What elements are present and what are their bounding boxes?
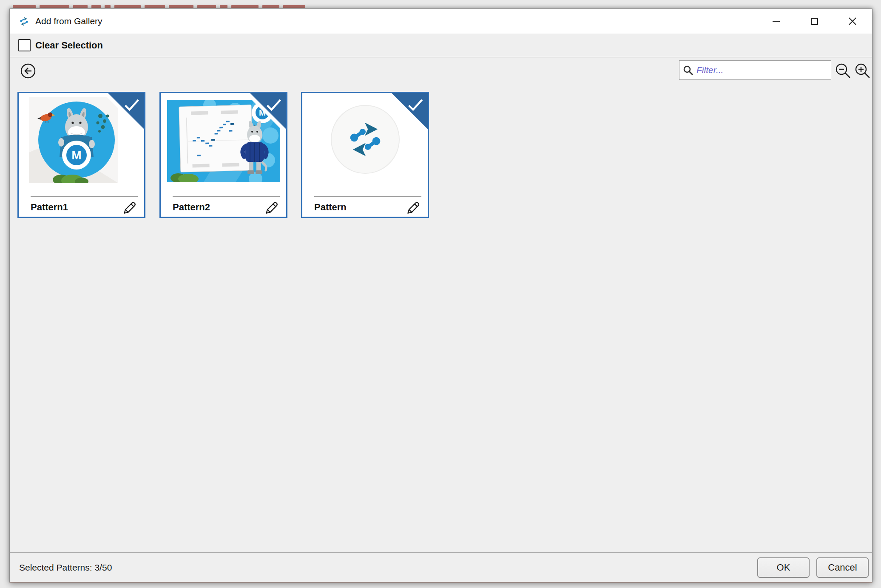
pattern-name: Pattern2 bbox=[173, 202, 210, 213]
svg-text:M: M bbox=[71, 149, 81, 162]
selection-bar: Clear Selection bbox=[10, 34, 872, 57]
pencil-icon bbox=[263, 199, 279, 215]
minimize-button[interactable] bbox=[767, 12, 785, 31]
zoom-in-icon bbox=[854, 62, 871, 79]
check-icon bbox=[265, 97, 283, 112]
back-arrow-icon bbox=[20, 63, 36, 79]
card-divider bbox=[173, 196, 280, 197]
window-controls bbox=[767, 9, 862, 34]
title-bar: Add from Gallery bbox=[10, 9, 872, 34]
close-icon bbox=[848, 17, 857, 25]
pattern-card[interactable]: Pattern bbox=[301, 92, 429, 218]
close-button[interactable] bbox=[843, 12, 862, 31]
window-title: Add from Gallery bbox=[35, 9, 102, 34]
footer-buttons: OK Cancel bbox=[757, 557, 869, 578]
search-icon bbox=[683, 65, 693, 75]
edit-pattern-button[interactable] bbox=[121, 199, 138, 216]
card-divider bbox=[31, 196, 138, 197]
footer-bar: Selected Patterns: 3/50 OK Cancel bbox=[10, 552, 872, 582]
ok-button[interactable]: OK bbox=[757, 557, 810, 578]
add-from-gallery-dialog: Add from Gallery Clear Selection bbox=[9, 8, 872, 582]
card-divider bbox=[314, 196, 421, 197]
pencil-icon bbox=[121, 199, 137, 215]
edit-pattern-button[interactable] bbox=[404, 199, 421, 216]
pattern-name: Pattern bbox=[314, 202, 347, 213]
maximize-button[interactable] bbox=[805, 12, 824, 31]
pattern-card[interactable]: M Pattern1 bbox=[17, 92, 145, 218]
pattern-name: Pattern1 bbox=[31, 202, 68, 213]
check-icon bbox=[123, 97, 141, 112]
zoom-in-button[interactable] bbox=[854, 62, 871, 79]
filter-box bbox=[679, 60, 831, 80]
occluded-page-text bbox=[0, 0, 881, 8]
clear-selection-checkbox[interactable] bbox=[18, 39, 31, 51]
back-button[interactable] bbox=[20, 63, 36, 79]
edit-pattern-button[interactable] bbox=[263, 199, 280, 216]
cycle-arrows-icon bbox=[18, 16, 30, 27]
zoom-out-icon bbox=[835, 62, 852, 79]
filter-input[interactable] bbox=[696, 65, 827, 75]
maximize-icon bbox=[811, 18, 818, 25]
minimize-icon bbox=[773, 21, 780, 22]
cancel-button[interactable]: Cancel bbox=[816, 557, 869, 578]
clear-selection-label: Clear Selection bbox=[35, 34, 103, 57]
pattern-card[interactable]: M bbox=[159, 92, 287, 218]
check-icon bbox=[406, 97, 424, 112]
selected-patterns-status: Selected Patterns: 3/50 bbox=[19, 563, 112, 573]
zoom-out-button[interactable] bbox=[835, 62, 852, 79]
pencil-icon bbox=[405, 199, 421, 215]
